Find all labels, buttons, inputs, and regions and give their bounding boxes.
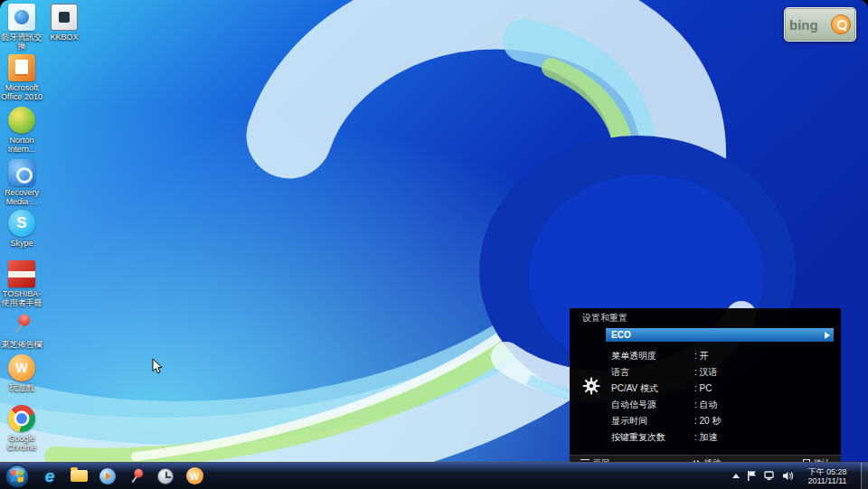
- clock-time: 下午 05:28: [800, 467, 854, 476]
- taskbar-media-player-button[interactable]: [93, 465, 122, 488]
- start-button[interactable]: [5, 464, 30, 489]
- screen: 藍牙資訊交換 KKBOX Microsoft Office 2010 Norto…: [0, 0, 868, 489]
- desktop-icon-skype[interactable]: Skype: [1, 210, 42, 248]
- desktop-icon-bluetooth-exchange[interactable]: 藍牙資訊交換: [1, 4, 42, 51]
- desktop-icon-kkbox[interactable]: KKBOX: [43, 4, 85, 42]
- osd-rows: 菜单透明度 开 语言 汉语 PC/AV 模式 PC 自动信号源 自动 显示时间: [611, 348, 834, 446]
- pushpin-icon: [123, 462, 151, 489]
- osd-row-label: 语言: [611, 367, 629, 377]
- bing-logo: bing: [789, 17, 818, 33]
- desktop-icon-games[interactable]: 玩遊戲: [1, 354, 42, 392]
- osd-row-value: 20 秒: [694, 413, 721, 429]
- desktop-icon-toshiba-bulletin[interactable]: 東芝佈告欄: [1, 311, 42, 349]
- taskbar-clock[interactable]: 下午 05:28 2011/11/11: [800, 467, 854, 485]
- osd-row-language: 语言 汉语: [611, 364, 834, 381]
- osd-row-label: 按键重复次数: [611, 432, 665, 442]
- norton-globe-icon: [8, 107, 35, 134]
- osd-row-label: 菜单透明度: [611, 351, 656, 361]
- desktop-icon-label: Norton Intern...: [1, 136, 42, 154]
- desktop-icon-label: Google Chrome: [1, 434, 42, 452]
- desktop: 藍牙資訊交換 KKBOX Microsoft Office 2010 Norto…: [0, 0, 868, 462]
- clock-date: 2011/11/11: [800, 476, 854, 485]
- chrome-icon: [8, 405, 35, 432]
- osd-row-value: 自动: [694, 397, 718, 413]
- wildtangent-icon: W: [186, 467, 203, 484]
- osd-row-value: PC: [694, 381, 712, 397]
- osd-row-key-repeat: 按键重复次数 加速: [611, 429, 834, 446]
- desktop-icon-label: Recovery Media ...: [1, 188, 42, 206]
- media-player-icon: [99, 468, 116, 484]
- osd-row-pc-av-mode: PC/AV 模式 PC: [611, 381, 834, 397]
- taskbar-bulletin-button[interactable]: [122, 465, 151, 488]
- desktop-icon-label: Microsoft Office 2010: [1, 83, 42, 101]
- taskbar-reeltime-button[interactable]: [151, 465, 180, 488]
- osd-row-value: 开: [694, 348, 709, 364]
- desktop-icon-norton[interactable]: Norton Intern...: [1, 107, 42, 154]
- red-book-icon: [8, 260, 35, 287]
- desktop-icon-office[interactable]: Microsoft Office 2010: [1, 54, 42, 101]
- osd-row-label: 自动信号源: [611, 400, 656, 409]
- osd-row-label: ECO: [606, 330, 825, 340]
- desktop-icon-label: 玩遊戲: [10, 383, 34, 392]
- mouse-cursor: [152, 358, 164, 379]
- search-button[interactable]: [831, 14, 851, 34]
- desktop-icon-recovery-media[interactable]: Recovery Media ...: [1, 159, 42, 206]
- clock-app-icon: [157, 468, 174, 484]
- desktop-icon-label: 藍牙資訊交換: [1, 33, 42, 51]
- osd-row-menu-transparency: 菜单透明度 开: [611, 348, 834, 364]
- recovery-disc-icon: [8, 159, 35, 186]
- volume-icon[interactable]: [782, 470, 794, 482]
- osd-row-display-time: 显示时间 20 秒: [611, 413, 834, 429]
- network-icon[interactable]: [764, 470, 776, 482]
- osd-row-label: PC/AV 模式: [611, 383, 658, 393]
- internet-explorer-icon: e: [45, 466, 55, 486]
- folder-icon: [71, 470, 88, 482]
- osd-footer: 返回 移动 确认: [570, 455, 841, 462]
- osd-title: 设置和重置: [582, 312, 627, 324]
- chevron-right-icon: [825, 332, 830, 339]
- osd-row-auto-source: 自动信号源 自动: [611, 397, 834, 413]
- desktop-icon-label: TOSHIBA-使用者手冊: [1, 289, 42, 307]
- show-desktop-button[interactable]: [861, 463, 868, 489]
- action-center-flag-icon[interactable]: [746, 470, 758, 482]
- taskbar: e W 下午 05:28 2011/11/11: [0, 462, 868, 489]
- desktop-icon-label: Skype: [10, 239, 33, 248]
- kkbox-icon: [51, 4, 78, 31]
- system-tray: 下午 05:28 2011/11/11: [732, 463, 868, 489]
- desktop-icon-label: KKBOX: [50, 33, 78, 42]
- office-icon: [8, 54, 35, 81]
- osd-row-label: 显示时间: [611, 416, 647, 426]
- bluetooth-file-icon: [8, 4, 35, 31]
- bing-search-gadget[interactable]: bing: [784, 7, 856, 42]
- tray-expand-icon[interactable]: [732, 474, 740, 478]
- taskbar-ie-button[interactable]: e: [35, 465, 64, 488]
- skype-icon: [8, 210, 35, 237]
- osd-row-value: 加速: [694, 429, 718, 446]
- taskbar-games-button[interactable]: W: [180, 465, 209, 488]
- pushpin-icon: [3, 306, 41, 343]
- gear-icon: [582, 377, 600, 399]
- desktop-icon-chrome[interactable]: Google Chrome: [1, 405, 42, 452]
- taskbar-explorer-button[interactable]: [64, 465, 93, 488]
- monitor-osd-menu: 设置和重置 ECO 菜单透: [570, 308, 841, 462]
- desktop-icon-toshiba-manual[interactable]: TOSHIBA-使用者手冊: [1, 260, 42, 307]
- wildtangent-icon: [8, 354, 35, 381]
- osd-selected-row-eco: ECO: [606, 328, 834, 342]
- osd-row-value: 汉语: [694, 364, 718, 381]
